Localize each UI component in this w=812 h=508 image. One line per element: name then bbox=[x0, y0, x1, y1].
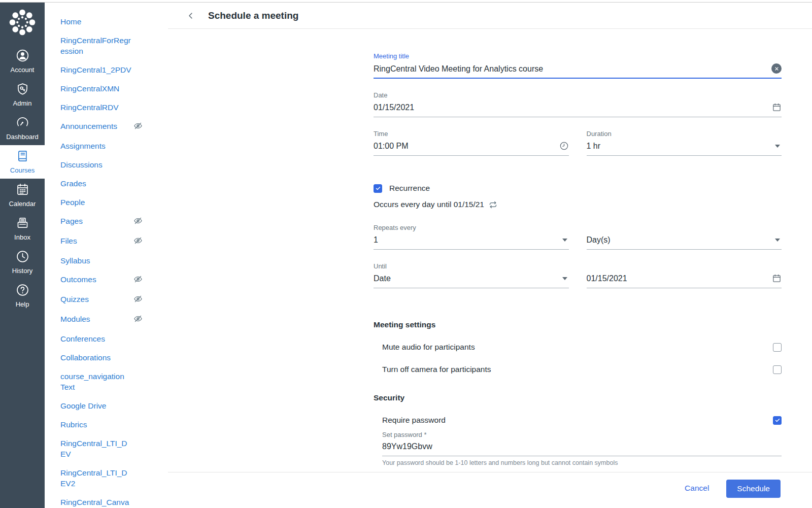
mute-audio-checkbox[interactable] bbox=[773, 343, 782, 352]
calendar-icon[interactable] bbox=[772, 274, 782, 283]
repeat-icon bbox=[489, 200, 497, 209]
until-date-input[interactable]: 01/15/2021 bbox=[587, 270, 782, 288]
sidebar-item-ringcentralrdv[interactable]: RingCentralRDV bbox=[60, 102, 159, 113]
global-nav-label: Admin bbox=[13, 99, 32, 107]
required-asterisk: * bbox=[424, 431, 426, 438]
hidden-eye-icon bbox=[133, 121, 143, 132]
sidebar-item-pages[interactable]: Pages bbox=[60, 216, 159, 227]
global-nav-calendar[interactable]: Calendar bbox=[0, 179, 45, 212]
sidebar-item-home[interactable]: Home bbox=[60, 16, 159, 27]
checkmark-icon bbox=[375, 185, 381, 191]
sidebar-item-ringcentral-lti-dev[interactable]: RingCentral_LTI_DEV bbox=[60, 438, 159, 459]
chevron-down-icon bbox=[775, 145, 780, 148]
sidebar-item-discussions[interactable]: Discussions bbox=[60, 159, 159, 170]
global-nav-label: Inbox bbox=[14, 233, 30, 241]
sidebar-item-ringcentralforregression[interactable]: RingCentralForRegression bbox=[60, 35, 159, 56]
cancel-button[interactable]: Cancel bbox=[680, 480, 714, 497]
canvas-logo[interactable] bbox=[0, 3, 45, 45]
sidebar-item-ringcentral-canvas-e2e[interactable]: RingCentral_Canvas_E2E bbox=[60, 497, 159, 508]
recurrence-summary: Occurs every day until 01/15/21 bbox=[374, 200, 484, 209]
sidebar-item-outcomes[interactable]: Outcomes bbox=[60, 274, 159, 286]
sidebar-item-course-navigation-text[interactable]: course_navigation Text bbox=[60, 371, 159, 392]
global-nav-help[interactable]: Help bbox=[0, 279, 45, 313]
course-link-label: RingCentralXMN bbox=[60, 83, 131, 94]
hidden-eye-icon bbox=[133, 314, 143, 325]
sidebar-item-assignments[interactable]: Assignments bbox=[60, 141, 159, 151]
hidden-eye-icon bbox=[133, 216, 143, 227]
global-nav-label: History bbox=[12, 267, 32, 275]
password-hint: Your password should be 1-10 letters and… bbox=[382, 459, 782, 466]
meeting-title-field: Meeting title RingCentral Video Meeting … bbox=[374, 52, 782, 79]
sidebar-item-syllabus[interactable]: Syllabus bbox=[60, 255, 159, 266]
sidebar-item-rubrics[interactable]: Rubrics bbox=[60, 419, 159, 430]
chevron-left-icon bbox=[186, 11, 195, 20]
date-input[interactable]: 01/15/2021 bbox=[374, 99, 782, 117]
book-icon bbox=[16, 149, 29, 165]
meeting-title-input[interactable]: RingCentral Video Meeting for Analytics … bbox=[374, 60, 782, 79]
duration-select[interactable]: 1 hr bbox=[587, 138, 782, 156]
repeats-unit-select[interactable]: Day(s) bbox=[587, 231, 782, 250]
schedule-meeting-form: Meeting title RingCentral Video Meeting … bbox=[168, 29, 812, 472]
duration-value: 1 hr bbox=[587, 141, 775, 151]
sidebar-item-announcements[interactable]: Announcements bbox=[60, 121, 159, 132]
until-label: Until bbox=[374, 262, 569, 270]
course-link-label: Modules bbox=[60, 314, 131, 324]
global-nav-admin[interactable]: Admin bbox=[0, 78, 45, 112]
global-nav-label: Courses bbox=[10, 166, 35, 174]
time-input[interactable]: 01:00 PM bbox=[374, 138, 569, 156]
sidebar-item-google-drive[interactable]: Google Drive bbox=[60, 400, 159, 411]
user-icon bbox=[16, 49, 29, 64]
sidebar-item-people[interactable]: People bbox=[60, 197, 159, 208]
mute-audio-label: Mute audio for participants bbox=[382, 343, 475, 352]
course-link-label: Grades bbox=[60, 178, 131, 189]
course-link-label: People bbox=[60, 197, 131, 208]
repeats-every-value: 1 bbox=[374, 235, 562, 245]
date-field: Date 01/15/2021 bbox=[374, 91, 782, 117]
turn-off-camera-checkbox[interactable] bbox=[773, 365, 782, 374]
sidebar-item-collaborations[interactable]: Collaborations bbox=[60, 352, 159, 363]
repeats-unit-value: Day(s) bbox=[587, 235, 775, 245]
turn-off-camera-row: Turn off camera for participants bbox=[374, 365, 782, 374]
global-nav-history[interactable]: History bbox=[0, 246, 45, 279]
time-label: Time bbox=[374, 130, 569, 138]
set-password-input[interactable]: 89Yw19Gbvw bbox=[382, 438, 782, 456]
calendar-icon[interactable] bbox=[772, 103, 782, 112]
form-footer: Cancel Schedule bbox=[168, 472, 812, 508]
shield-key-icon bbox=[16, 82, 29, 98]
mute-audio-row: Mute audio for participants bbox=[374, 343, 782, 352]
hidden-eye-icon bbox=[133, 236, 143, 247]
page-header: Schedule a meeting bbox=[168, 3, 812, 29]
sidebar-item-files[interactable]: Files bbox=[60, 235, 159, 247]
sidebar-item-conferences[interactable]: Conferences bbox=[60, 333, 159, 344]
sidebar-item-ringcentral-lti-dev2[interactable]: RingCentral_LTI_DEV2 bbox=[60, 467, 159, 489]
global-nav-label: Dashboard bbox=[6, 133, 39, 141]
global-nav-dashboard[interactable]: Dashboard bbox=[0, 112, 45, 145]
chevron-down-icon bbox=[562, 277, 567, 280]
global-nav-inbox[interactable]: Inbox bbox=[0, 212, 45, 246]
chevron-down-icon bbox=[775, 239, 780, 242]
global-nav-courses[interactable]: Courses bbox=[0, 145, 45, 179]
course-link-label: Files bbox=[60, 235, 131, 246]
sidebar-item-quizzes[interactable]: Quizzes bbox=[60, 294, 159, 306]
schedule-button[interactable]: Schedule bbox=[726, 480, 781, 498]
course-link-label: Announcements bbox=[60, 121, 131, 131]
sidebar-item-grades[interactable]: Grades bbox=[60, 178, 159, 189]
sidebar-item-ringcentral1-2pdv[interactable]: RingCentral1_2PDV bbox=[60, 64, 159, 75]
page-title: Schedule a meeting bbox=[208, 10, 298, 21]
recurrence-checkbox[interactable] bbox=[374, 184, 382, 193]
back-button[interactable] bbox=[186, 11, 195, 20]
course-nav-sidebar: Home RingCentralForRegression RingCentra… bbox=[45, 3, 168, 508]
hidden-eye-icon bbox=[133, 275, 143, 286]
course-link-label: Assignments bbox=[60, 141, 131, 151]
until-type-select[interactable]: Date bbox=[374, 270, 569, 288]
sidebar-item-ringcentralxmn[interactable]: RingCentralXMN bbox=[60, 83, 159, 94]
clear-title-button[interactable] bbox=[771, 63, 782, 74]
global-nav-account[interactable]: Account bbox=[0, 45, 45, 78]
repeats-every-select[interactable]: 1 bbox=[374, 231, 569, 250]
require-password-checkbox[interactable] bbox=[773, 416, 782, 425]
course-link-label: RingCentralForRegression bbox=[60, 35, 131, 56]
clock-icon bbox=[16, 250, 29, 265]
gauge-icon bbox=[16, 116, 29, 131]
global-nav-label: Calendar bbox=[9, 200, 36, 208]
sidebar-item-modules[interactable]: Modules bbox=[60, 314, 159, 325]
